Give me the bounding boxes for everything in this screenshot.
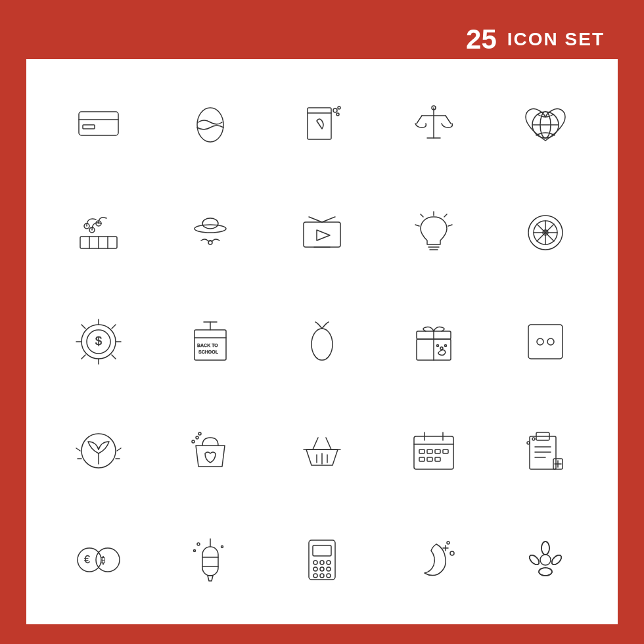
- svg-rect-120: [313, 545, 331, 556]
- svg-point-141: [550, 553, 563, 566]
- svg-text:BACK TO: BACK TO: [197, 343, 218, 348]
- svg-text:$: $: [95, 334, 102, 348]
- svg-point-72: [537, 338, 543, 345]
- svg-point-127: [313, 574, 317, 578]
- svg-line-55: [112, 325, 116, 329]
- svg-rect-86: [414, 436, 453, 469]
- svg-line-57: [112, 355, 116, 359]
- icon-heart-globe: [493, 72, 598, 175]
- svg-marker-31: [317, 230, 330, 241]
- svg-rect-97: [530, 436, 556, 469]
- svg-line-12: [446, 116, 451, 124]
- svg-rect-28: [304, 222, 340, 247]
- svg-point-125: [320, 567, 324, 571]
- svg-point-132: [450, 551, 454, 555]
- icon-gift-box: [381, 290, 486, 393]
- icon-credit-card: [46, 72, 151, 175]
- icon-citrus-slice: [493, 181, 598, 284]
- svg-line-76: [76, 448, 80, 451]
- svg-point-6: [333, 108, 337, 112]
- icon-garden-box: [46, 181, 151, 284]
- svg-point-8: [336, 113, 339, 116]
- header-title: ICON SET: [507, 29, 605, 50]
- icon-shopping-basket: [269, 400, 375, 502]
- svg-rect-95: [427, 457, 432, 461]
- svg-line-29: [309, 217, 322, 222]
- svg-rect-71: [528, 325, 563, 359]
- svg-point-105: [532, 438, 535, 440]
- svg-point-73: [547, 338, 554, 345]
- svg-line-38: [415, 225, 419, 226]
- svg-point-128: [320, 574, 324, 578]
- svg-point-138: [539, 568, 552, 576]
- svg-point-7: [338, 106, 340, 109]
- svg-rect-112: [202, 547, 218, 576]
- svg-rect-96: [435, 457, 440, 461]
- svg-point-142: [528, 553, 541, 566]
- icon-moon-star: [381, 509, 486, 611]
- svg-line-78: [117, 448, 121, 451]
- icons-grid: $ BACK TO SCHOOL: [26, 59, 618, 624]
- main-container: 25 ICON SET: [26, 20, 618, 624]
- svg-point-80: [192, 440, 195, 443]
- svg-point-121: [313, 561, 317, 564]
- icon-clipboard-tasks: [493, 400, 598, 502]
- svg-rect-26: [202, 218, 218, 229]
- svg-marker-115: [208, 576, 213, 581]
- svg-rect-0: [79, 112, 118, 135]
- icon-cancer-book: [269, 72, 375, 175]
- svg-point-3: [197, 108, 223, 142]
- icon-hanging-lantern: [158, 509, 263, 611]
- header-number: 25: [466, 24, 497, 55]
- svg-point-123: [327, 561, 331, 564]
- svg-rect-2: [83, 125, 95, 129]
- svg-text:SCHOOL: SCHOOL: [198, 350, 219, 354]
- svg-point-137: [541, 541, 549, 555]
- svg-rect-92: [435, 449, 440, 453]
- icon-easter-egg: [158, 72, 263, 175]
- svg-line-56: [81, 355, 85, 359]
- icon-calendar: [381, 400, 486, 502]
- svg-rect-90: [419, 449, 425, 453]
- svg-point-118: [194, 550, 196, 552]
- svg-point-106: [527, 442, 530, 444]
- svg-point-116: [197, 543, 200, 545]
- icon-bitcoin-exchange: € ₿: [46, 509, 151, 611]
- icon-justice-scale: [381, 72, 486, 175]
- svg-rect-91: [427, 449, 432, 453]
- icon-light-bulb: [381, 181, 486, 284]
- icon-calculator-phone: [269, 509, 375, 611]
- svg-point-108: [96, 548, 120, 572]
- svg-point-117: [221, 546, 223, 548]
- svg-line-11: [417, 116, 422, 124]
- svg-line-54: [81, 325, 85, 329]
- svg-point-126: [327, 567, 331, 571]
- icon-power-socket: [493, 290, 598, 393]
- svg-point-124: [313, 567, 317, 571]
- svg-line-30: [322, 217, 335, 222]
- icon-back-to-school: BACK TO SCHOOL: [158, 290, 263, 393]
- svg-rect-4: [308, 108, 331, 139]
- svg-rect-94: [419, 457, 425, 461]
- svg-point-64: [311, 329, 333, 360]
- svg-point-122: [320, 561, 324, 564]
- header: 25 ICON SET: [26, 20, 618, 59]
- svg-rect-93: [443, 449, 448, 453]
- svg-point-69: [445, 345, 447, 347]
- icon-dollar-idea: $: [46, 290, 151, 393]
- icon-plant-grow: [46, 400, 151, 502]
- svg-text:€: €: [84, 554, 90, 565]
- svg-point-129: [327, 574, 331, 578]
- svg-point-81: [198, 432, 201, 435]
- svg-point-68: [440, 347, 443, 350]
- icon-tv-player: [269, 181, 375, 284]
- svg-line-39: [448, 225, 452, 226]
- icon-hat-mustache: [158, 181, 263, 284]
- svg-text:₿: ₿: [101, 555, 106, 565]
- icon-bag-shield: [158, 400, 263, 502]
- icon-decorative-flower: [493, 509, 598, 611]
- svg-point-133: [447, 541, 449, 544]
- svg-point-70: [437, 345, 439, 347]
- icon-lemon: [269, 290, 375, 393]
- svg-point-134: [540, 555, 551, 565]
